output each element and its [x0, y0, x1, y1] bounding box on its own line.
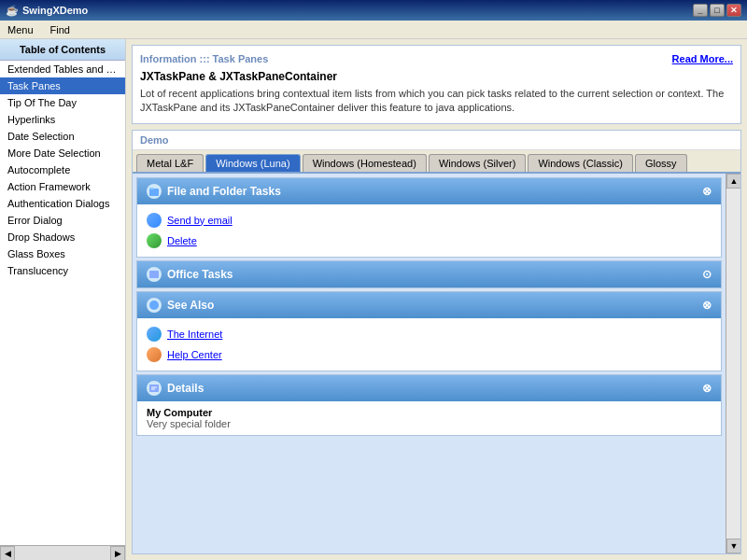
find-menu[interactable]: Find	[47, 23, 74, 36]
sidebar-item-moredatesel[interactable]: More Date Selection	[0, 145, 125, 161]
task-link-delete[interactable]: Delete	[147, 231, 712, 251]
task-section-office-header-left: Office Tasks	[147, 267, 233, 282]
task-link-email[interactable]: Send by email	[147, 210, 712, 231]
files-section-label: File and Folder Tasks	[167, 185, 281, 198]
info-panel-header: Information ::: Task Panes Read More...	[140, 53, 733, 64]
task-section-files-body: Send by email Delete	[137, 204, 721, 257]
task-link-internet[interactable]: The Internet	[147, 324, 712, 344]
sidebar: Table of Contents Extended Tables and De…	[0, 39, 126, 560]
menu-menu[interactable]: Menu	[4, 23, 37, 36]
sidebar-scroll-track[interactable]	[15, 546, 110, 560]
demo-panel: Demo Metal L&F Windows (Luna) Windows (H…	[132, 130, 741, 554]
info-title: JXTaskPane & JXTaskPaneContainer	[140, 70, 733, 83]
sidebar-item-autocomplete[interactable]: Autocomplete	[0, 161, 125, 178]
tab-windows-homestead[interactable]: Windows (Homestead)	[303, 154, 427, 172]
seealso-section-icon	[147, 298, 162, 313]
sidebar-item-datesel[interactable]: Date Selection	[0, 128, 125, 145]
titlebar: ☕ SwingXDemo _ □ ✕	[0, 0, 747, 21]
svg-rect-1	[149, 188, 154, 189]
task-link-internet-label: The Internet	[167, 329, 222, 340]
internet-icon	[147, 327, 162, 342]
seealso-section-chevron: ⊗	[702, 299, 712, 312]
seealso-section-label: See Also	[167, 299, 214, 312]
delete-icon	[147, 233, 162, 248]
vscroll-track[interactable]	[726, 189, 740, 539]
files-section-chevron: ⊗	[702, 185, 712, 198]
office-section-chevron: ⊙	[702, 268, 712, 281]
office-section-label: Office Tasks	[167, 268, 233, 281]
read-more-link[interactable]: Read More...	[672, 53, 733, 64]
task-link-helpcenter[interactable]: Help Center	[147, 344, 712, 365]
details-section-label: Details	[167, 382, 204, 395]
tab-windows-silver[interactable]: Windows (Silver)	[429, 154, 527, 172]
details-subtitle: Very special folder	[147, 418, 712, 429]
maximize-button[interactable]: □	[710, 4, 725, 17]
sidebar-item-actionfw[interactable]: Action Framework	[0, 178, 125, 195]
details-section-chevron: ⊗	[702, 382, 712, 395]
vscroll-up[interactable]: ▲	[726, 174, 740, 189]
task-section-details-body: My Computer Very special folder	[137, 401, 721, 435]
info-text: Lot of recent applications bring context…	[140, 87, 733, 116]
sidebar-item-hyperlinks[interactable]: Hyperlinks	[0, 111, 125, 128]
sidebar-item-dropshadows[interactable]: Drop Shadows	[0, 229, 125, 245]
app-icon: ☕	[6, 5, 19, 17]
tab-glossy[interactable]: Glossy	[635, 154, 687, 172]
demo-header: Demo	[133, 131, 740, 150]
task-section-office: Office Tasks ⊙	[136, 260, 722, 288]
svg-rect-0	[149, 189, 159, 196]
minimize-button[interactable]: _	[693, 4, 708, 17]
task-section-files-header-left: File and Folder Tasks	[147, 184, 281, 199]
info-panel: Information ::: Task Panes Read More... …	[132, 45, 741, 124]
taskpanes-area: File and Folder Tasks ⊗ Send by email	[133, 174, 726, 553]
svg-point-3	[149, 301, 159, 310]
sidebar-item-extended[interactable]: Extended Tables and Decorators	[0, 61, 125, 77]
task-link-helpcenter-label: Help Center	[167, 349, 222, 360]
task-section-seealso-header[interactable]: See Also ⊗	[137, 292, 721, 318]
main-layout: Table of Contents Extended Tables and De…	[0, 39, 747, 560]
task-link-delete-label: Delete	[167, 235, 197, 246]
help-icon	[147, 347, 162, 362]
app-title: SwingXDemo	[22, 5, 88, 16]
sidebar-item-errordialog[interactable]: Error Dialog	[0, 212, 125, 229]
files-section-icon	[147, 184, 162, 199]
task-link-email-label: Send by email	[167, 215, 233, 226]
sidebar-item-glassboxes[interactable]: Glass Boxes	[0, 245, 125, 262]
task-section-files-header[interactable]: File and Folder Tasks ⊗	[137, 178, 721, 204]
sidebar-title: Table of Contents	[0, 39, 125, 61]
task-section-details: Details ⊗ My Computer Very special folde…	[136, 374, 722, 436]
details-title: My Computer	[147, 407, 712, 418]
tabs-container: Metal L&F Windows (Luna) Windows (Homest…	[133, 150, 740, 174]
tab-metal[interactable]: Metal L&F	[136, 154, 204, 172]
svg-rect-2	[149, 271, 159, 278]
task-section-seealso-body: The Internet Help Center	[137, 318, 721, 371]
sidebar-hscroll[interactable]: ◀ ▶	[0, 545, 125, 560]
close-button[interactable]: ✕	[726, 4, 741, 17]
task-section-seealso: See Also ⊗ The Internet Help Cente	[136, 291, 722, 371]
sidebar-item-tipofday[interactable]: Tip Of The Day	[0, 94, 125, 111]
task-section-office-header[interactable]: Office Tasks ⊙	[137, 261, 721, 287]
sidebar-item-taskpanes[interactable]: Task Panes	[0, 77, 125, 94]
details-section-icon	[147, 381, 162, 396]
task-section-details-header[interactable]: Details ⊗	[137, 375, 721, 401]
task-section-seealso-header-left: See Also	[147, 298, 214, 313]
office-section-icon	[147, 267, 162, 282]
vscroll-down[interactable]: ▼	[726, 539, 740, 553]
tab-windows-classic[interactable]: Windows (Classic)	[528, 154, 632, 172]
svg-rect-4	[149, 385, 159, 392]
sidebar-scroll-right[interactable]: ▶	[110, 546, 125, 561]
titlebar-left: ☕ SwingXDemo	[6, 5, 88, 17]
sidebar-item-authdialogs[interactable]: Authentication Dialogs	[0, 195, 125, 212]
sidebar-item-translucency[interactable]: Translucency	[0, 262, 125, 279]
sidebar-scroll-left[interactable]: ◀	[0, 546, 15, 561]
sidebar-inner: Table of Contents Extended Tables and De…	[0, 39, 125, 545]
task-section-details-header-left: Details	[147, 381, 204, 396]
tab-windows-luna[interactable]: Windows (Luna)	[205, 154, 300, 172]
info-header-text: Information ::: Task Panes	[140, 53, 268, 64]
menubar: Menu Find	[0, 21, 747, 39]
content: Information ::: Task Panes Read More... …	[126, 39, 747, 560]
titlebar-controls: _ □ ✕	[693, 4, 741, 17]
taskpanes-vscrollbar[interactable]: ▲ ▼	[726, 174, 740, 553]
task-section-files: File and Folder Tasks ⊗ Send by email	[136, 177, 722, 258]
email-icon	[147, 213, 162, 228]
